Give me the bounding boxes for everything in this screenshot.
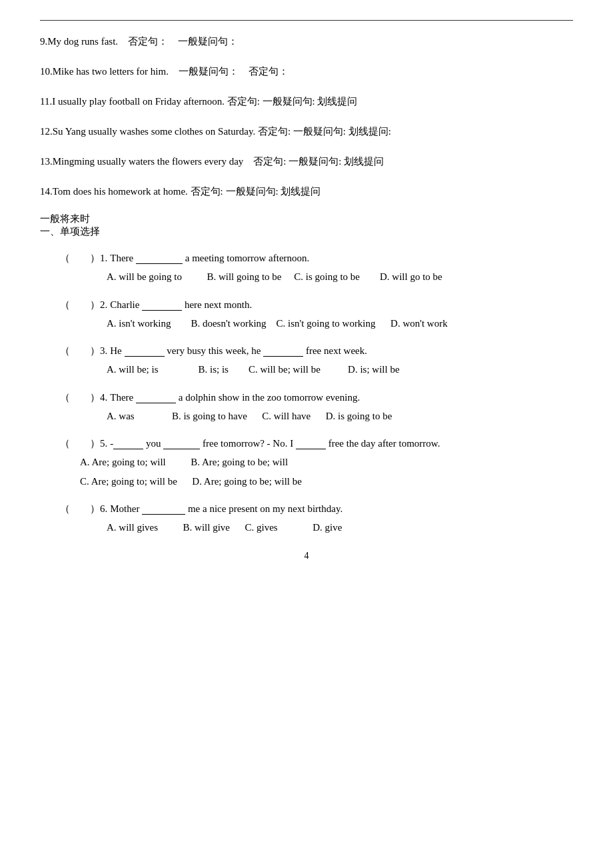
question-4: （ ）4. There a dolphin show in the zoo to… (40, 391, 573, 426)
sentence-13: 13.Mingming usually waters the flowers e… (40, 153, 573, 171)
q6-optC: C. gives (245, 522, 278, 533)
question-2: （ ）2. Charlie here next month. A. isn't … (40, 299, 573, 333)
q6-blank (142, 505, 185, 515)
q4-optB: B. is going to have (172, 411, 247, 421)
q3-optD: D. is; will be (348, 364, 400, 375)
q1-options: A. will be going to B. will going to be … (60, 267, 573, 287)
q6-text: Mother me a nice present on my next birt… (110, 503, 342, 515)
q2-optB: B. doesn't working (191, 318, 266, 329)
q1-text: There a meeting tomorrow afternoon. (110, 253, 309, 264)
q2-options: A. isn't working B. doesn't working C. i… (60, 314, 573, 333)
q6-paren: （ ）6. (60, 503, 107, 515)
question-6: （ ）6. Mother me a nice present on my nex… (40, 503, 573, 537)
q2-line: （ ）2. Charlie here next month. (60, 299, 573, 311)
q6-optA: A. will gives (107, 522, 158, 533)
sentence-13-text: 13.Mingming usually waters the flowers e… (40, 156, 384, 167)
q1-line: （ ）1. There a meeting tomorrow afternoon… (60, 252, 573, 265)
q5-text: - you free tomorrow? - No. I free the da… (110, 438, 440, 449)
q5-optB: B. Are; going to be; will (191, 457, 288, 467)
sentence-12-text: 12.Su Yang usually washes some clothes o… (40, 126, 391, 137)
q3-blank1 (125, 347, 165, 357)
q2-paren: （ ）2. (60, 299, 107, 311)
q5-optA: A. Are; going to; will (80, 457, 166, 467)
top-divider (40, 20, 573, 21)
q6-optB: B. will give (183, 522, 230, 533)
q6-optD: D. give (312, 522, 342, 533)
q6-line: （ ）6. Mother me a nice present on my nex… (60, 503, 573, 515)
q4-text: There a dolphin show in the zoo tomorrow… (110, 392, 360, 403)
q5-options-line2: C. Are; going to; will be D. Are; going … (80, 472, 573, 491)
q3-line: （ ）3. He very busy this week, he free ne… (60, 345, 573, 357)
q5-line: （ ）5. - you free tomorrow? - No. I free … (60, 437, 573, 450)
sentences-section: 9.My dog runs fast. 否定句： 一般疑问句： 10.Mike … (40, 33, 573, 201)
section-title1: 一般将来时 一、单项选择 (40, 213, 573, 238)
q3-optB: B. is; is (199, 364, 229, 375)
q4-optA: A. was (107, 411, 135, 421)
q1-optD: D. will go to be (380, 271, 442, 282)
sentence-11-text: 11.I usually play football on Friday aft… (40, 96, 357, 107)
q5-blank2 (163, 439, 200, 449)
q3-options: A. will be; is B. is; is C. will be; wil… (60, 360, 573, 379)
page-number: 4 (40, 551, 573, 561)
q4-paren: （ ）4. (60, 391, 107, 404)
q4-line: （ ）4. There a dolphin show in the zoo to… (60, 391, 573, 404)
q4-optC: C. will have (262, 411, 310, 421)
q5-blank3 (296, 439, 326, 449)
q2-blank (142, 301, 182, 311)
sentence-9: 9.My dog runs fast. 否定句： 一般疑问句： (40, 33, 573, 51)
q5-optD: D. Are; going to be; will be (192, 476, 302, 487)
sentence-14-text: 14.Tom does his homework at home. 否定句: 一… (40, 186, 320, 197)
q2-text: Charlie here next month. (110, 299, 252, 311)
q1-optC: C. is going to be (294, 271, 360, 282)
sentence-14: 14.Tom does his homework at home. 否定句: 一… (40, 183, 573, 201)
q2-optA: A. isn't working (107, 318, 171, 329)
q2-optD: D. won't work (390, 318, 448, 329)
q3-blank2 (263, 347, 303, 357)
q3-text: He very busy this week, he free next wee… (110, 345, 367, 357)
q5-paren: （ ）5. (60, 437, 107, 450)
q3-optA: A. will be; is (107, 364, 159, 375)
q1-optB: B. will going to be (207, 271, 281, 282)
sentence-10-text: 10.Mike has two letters for him. 一般疑问句： … (40, 66, 289, 77)
sentence-11: 11.I usually play football on Friday aft… (40, 93, 573, 111)
question-3: （ ）3. He very busy this week, he free ne… (40, 345, 573, 379)
sentence-10: 10.Mike has two letters for him. 一般疑问句： … (40, 63, 573, 81)
q1-paren: （ ）1. (60, 252, 107, 265)
q4-blank (136, 393, 176, 403)
sentence-12: 12.Su Yang usually washes some clothes o… (40, 123, 573, 141)
q6-options: A. will gives B. will give C. gives D. g… (60, 518, 573, 537)
q1-blank (136, 254, 183, 264)
q2-optC: C. isn't going to working (277, 318, 376, 329)
sentence-9-text: 9.My dog runs fast. 否定句： 一般疑问句： (40, 36, 238, 47)
q5-options-line1: A. Are; going to; will B. Are; going to … (80, 453, 573, 472)
q5-options: A. Are; going to; will B. Are; going to … (60, 453, 573, 491)
q5-blank1 (113, 439, 143, 449)
q4-optD: D. is going to be (326, 411, 392, 421)
question-1: （ ）1. There a meeting tomorrow afternoon… (40, 252, 573, 287)
q1-optA: A. will be going to (107, 271, 182, 282)
question-5: （ ）5. - you free tomorrow? - No. I free … (40, 437, 573, 491)
q3-paren: （ ）3. (60, 345, 107, 357)
q4-options: A. was B. is going to have C. will have … (60, 407, 573, 426)
q5-optC: C. Are; going to; will be (80, 476, 177, 487)
q3-optC: C. will be; will be (249, 364, 320, 375)
